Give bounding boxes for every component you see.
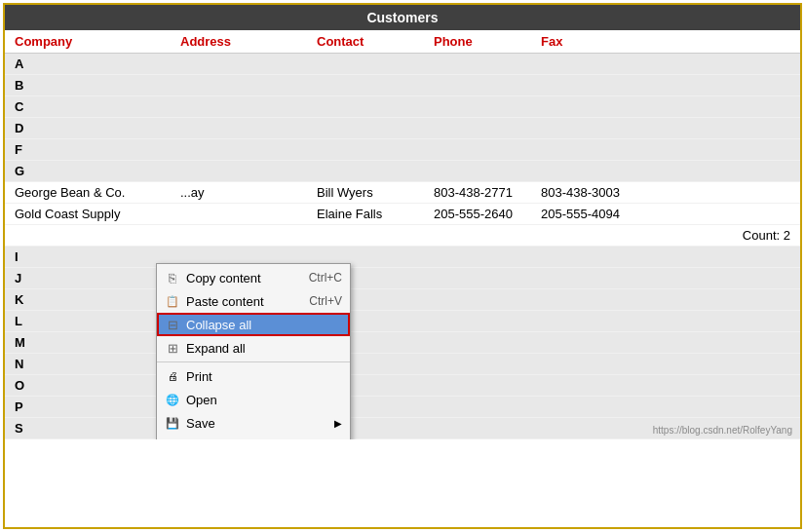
cell-company-gold: Gold Coast Supply xyxy=(15,207,180,221)
menu-item-save[interactable]: Save ▶ xyxy=(157,411,350,435)
group-letter-c: C xyxy=(15,99,23,114)
group-row-l: L xyxy=(5,311,800,332)
menu-item-copy[interactable]: Copy content Ctrl+C xyxy=(157,266,350,289)
col-header-contact: Contact xyxy=(317,34,434,49)
group-letter-m: M xyxy=(15,335,25,350)
expand-icon xyxy=(165,340,180,356)
menu-label-copy: Copy content xyxy=(186,271,261,285)
cell-contact-gold: Elaine Falls xyxy=(317,207,434,221)
menu-label-open: Open xyxy=(186,393,217,407)
group-row-m: M xyxy=(5,332,800,354)
cell-phone-george: 803-438-2771 xyxy=(434,185,541,200)
group-letter-i: I xyxy=(15,249,19,264)
menu-label-paste: Paste content xyxy=(186,294,264,309)
group-letter-f: F xyxy=(15,142,22,157)
menu-item-print[interactable]: Print xyxy=(157,364,350,388)
cell-phone-gold: 205-555-2640 xyxy=(434,207,541,221)
group-row-c: C xyxy=(5,96,800,118)
col-header-phone: Phone xyxy=(434,34,541,49)
group-letter-s: S xyxy=(15,421,23,436)
cell-fax-gold: 205-555-4094 xyxy=(541,207,638,221)
group-letter-k: K xyxy=(15,292,23,307)
main-window: Customers Company Address Contact Phone … xyxy=(3,3,802,529)
table-row: George Bean & Co. ...ay Bill Wyers 803-4… xyxy=(5,182,800,204)
table-row: Gold Coast Supply Elaine Falls 205-555-2… xyxy=(5,204,800,225)
shortcut-copy: Ctrl+C xyxy=(309,271,342,285)
menu-item-open[interactable]: Open xyxy=(157,388,350,411)
group-row-k: K xyxy=(5,289,800,311)
menu-item-paste[interactable]: Paste content Ctrl+V xyxy=(157,289,350,313)
print-icon xyxy=(165,368,180,384)
group-row-d: D xyxy=(5,118,800,139)
group-letter-o: O xyxy=(15,378,24,393)
group-row-i: I xyxy=(5,247,800,268)
menu-label-save: Save xyxy=(186,416,215,431)
group-row-f: F xyxy=(5,139,800,161)
shortcut-paste: Ctrl+V xyxy=(309,294,342,308)
cell-address-george: ...ay xyxy=(180,185,317,200)
col-header-fax: Fax xyxy=(541,34,638,49)
menu-label-print: Print xyxy=(186,369,212,384)
group-letter-d: D xyxy=(15,121,23,135)
group-row-b: B xyxy=(5,75,800,96)
menu-label-export-pdf: Export to PDF xyxy=(186,439,266,440)
group-letter-a: A xyxy=(15,57,23,71)
data-area: A B C D F G George Bean & Co. ...ay Bill… xyxy=(5,54,800,439)
menu-label-expand: Expand all xyxy=(186,341,246,356)
menu-item-expand[interactable]: Expand all xyxy=(157,336,350,360)
group-row-a: A xyxy=(5,54,800,75)
group-letter-b: B xyxy=(15,78,23,93)
cell-company-george: George Bean & Co. xyxy=(15,185,180,200)
title-bar: Customers xyxy=(5,5,800,30)
group-row-j: J xyxy=(5,268,800,289)
url-watermark: https://blog.csdn.net/RolfeyYang xyxy=(653,425,792,436)
cell-contact-george: Bill Wyers xyxy=(317,185,434,200)
window-title: Customers xyxy=(366,10,438,25)
open-icon xyxy=(165,392,180,407)
count-label-g: Count: 2 xyxy=(743,228,790,243)
menu-label-collapse: Collapse all xyxy=(186,318,251,332)
col-header-company: Company xyxy=(15,34,180,49)
pdf-icon xyxy=(165,438,180,439)
paste-icon xyxy=(165,293,180,309)
group-row-g: G xyxy=(5,161,800,182)
group-letter-l: L xyxy=(15,314,22,328)
group-letter-n: N xyxy=(15,357,23,371)
group-letter-j: J xyxy=(15,271,21,285)
copy-icon xyxy=(165,270,180,285)
group-letter-p: P xyxy=(15,399,23,414)
menu-item-collapse[interactable]: Collapse all xyxy=(157,313,350,336)
count-row-g: Count: 2 xyxy=(5,225,800,247)
group-row-p: P xyxy=(5,397,800,418)
cell-fax-george: 803-438-3003 xyxy=(541,185,638,200)
group-row-n: N xyxy=(5,354,800,375)
collapse-icon xyxy=(165,317,180,332)
context-menu: Copy content Ctrl+C Paste content Ctrl+V… xyxy=(156,263,351,439)
save-arrow-icon: ▶ xyxy=(334,418,342,429)
menu-item-export-pdf[interactable]: Export to PDF xyxy=(157,435,350,439)
group-letter-g: G xyxy=(15,164,24,178)
group-row-o: O xyxy=(5,375,800,397)
save-icon xyxy=(165,415,180,431)
column-headers: Company Address Contact Phone Fax xyxy=(5,30,800,54)
menu-separator-1 xyxy=(157,361,350,362)
col-header-address: Address xyxy=(180,34,317,49)
